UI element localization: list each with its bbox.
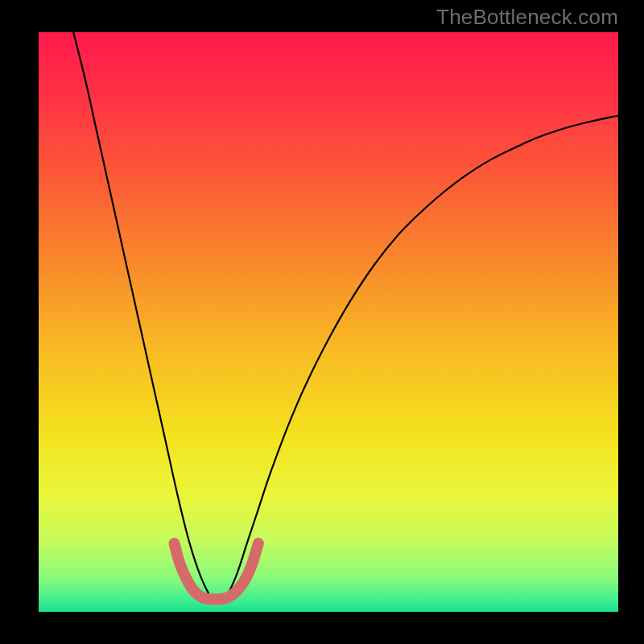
plot-area (39, 32, 618, 612)
watermark-text: TheBottleneck.com (436, 5, 618, 30)
curve-layer (39, 32, 618, 612)
chart-frame: TheBottleneck.com (0, 0, 644, 644)
highlight-segment (175, 543, 258, 600)
bottleneck-curve (73, 32, 618, 602)
